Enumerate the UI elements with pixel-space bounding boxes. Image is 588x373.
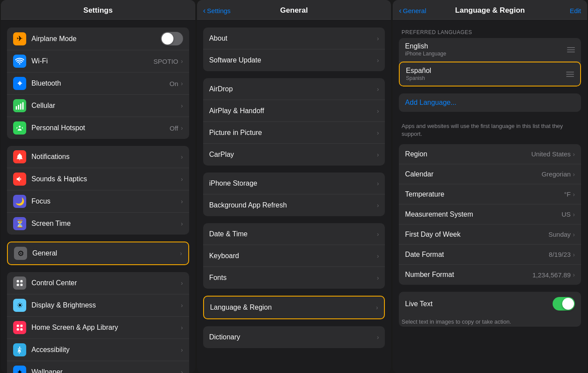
fonts-item[interactable]: Fonts › bbox=[203, 267, 385, 289]
screentime-item[interactable]: ⏳ Screen Time › bbox=[7, 213, 189, 235]
measurement-item[interactable]: Measurement System US › bbox=[399, 204, 581, 224]
wallpaper-label: Wallpaper bbox=[31, 368, 181, 373]
add-language-button[interactable]: Add Language... bbox=[399, 93, 581, 112]
accessibility-chevron: › bbox=[181, 346, 183, 353]
hotspot-icon bbox=[13, 121, 26, 135]
dictionary-item[interactable]: Dictionary › bbox=[203, 326, 385, 348]
svg-point-13 bbox=[19, 347, 21, 348]
background-refresh-label: Background App Refresh bbox=[209, 201, 377, 209]
sounds-label: Sounds & Haptics bbox=[31, 175, 181, 183]
sounds-item[interactable]: Sounds & Haptics › bbox=[7, 168, 189, 190]
wallpaper-item[interactable]: ✦ Wallpaper › bbox=[7, 361, 189, 373]
number-format-item[interactable]: Number Format 1,234,567.89 › bbox=[399, 265, 581, 285]
region-settings-group: Region United States › Calendar Gregoria… bbox=[399, 144, 581, 285]
dictionary-label: Dictionary bbox=[209, 333, 377, 341]
airplane-toggle[interactable] bbox=[161, 32, 183, 45]
lr-back-label: General bbox=[403, 7, 426, 14]
region-label: Region bbox=[405, 150, 531, 158]
iphone-storage-item[interactable]: iPhone Storage › bbox=[203, 173, 385, 194]
calendar-item[interactable]: Calendar Gregorian › bbox=[399, 164, 581, 184]
about-label: About bbox=[209, 35, 377, 42]
control-center-item[interactable]: Control Center › bbox=[7, 272, 189, 294]
keyboard-item[interactable]: Keyboard › bbox=[203, 245, 385, 267]
display-chevron: › bbox=[181, 302, 183, 309]
display-item[interactable]: ☀ Display & Brightness › bbox=[7, 294, 189, 317]
calendar-label: Calendar bbox=[405, 170, 541, 178]
english-reorder-icon bbox=[567, 47, 575, 52]
wifi-item[interactable]: Wi-Fi SPOTIO › bbox=[7, 50, 189, 73]
airdrop-item[interactable]: AirDrop › bbox=[203, 78, 385, 100]
datetime-group: Date & Time › Keyboard › Fonts › bbox=[203, 223, 385, 289]
background-refresh-item[interactable]: Background App Refresh › bbox=[203, 194, 385, 216]
back-chevron-icon: ‹ bbox=[203, 6, 206, 15]
about-item[interactable]: About › bbox=[203, 28, 385, 49]
screentime-label: Screen Time bbox=[31, 220, 181, 228]
accessibility-item[interactable]: Accessibility › bbox=[7, 339, 189, 361]
preferred-languages-label: PREFERRED LANGUAGES bbox=[399, 29, 581, 38]
espanol-text: Español Spanish bbox=[406, 67, 566, 81]
software-update-item[interactable]: Software Update › bbox=[203, 49, 385, 71]
airplay-chevron: › bbox=[377, 107, 379, 114]
measurement-value: US bbox=[562, 211, 571, 218]
live-text-toggle-knob bbox=[562, 298, 574, 310]
pip-item[interactable]: Picture in Picture › bbox=[203, 122, 385, 144]
display-icon: ☀ bbox=[13, 299, 26, 312]
airplay-item[interactable]: AirPlay & Handoff › bbox=[203, 100, 385, 122]
language-region-edit-button[interactable]: Edit bbox=[570, 5, 581, 14]
calendar-chevron: › bbox=[573, 171, 575, 178]
homescreen-item[interactable]: Home Screen & App Library › bbox=[7, 317, 189, 339]
general-item[interactable]: ⚙ General › bbox=[8, 242, 188, 264]
date-format-label: Date Format bbox=[405, 251, 549, 259]
region-item[interactable]: Region United States › bbox=[399, 144, 581, 164]
language-region-panel: ‹ General Language & Region Edit PREFERR… bbox=[393, 0, 587, 373]
region-value: United States bbox=[531, 150, 571, 158]
first-day-value: Sunday bbox=[548, 231, 571, 238]
english-language-item[interactable]: English iPhone Language bbox=[399, 38, 581, 62]
svg-rect-8 bbox=[21, 284, 23, 286]
live-text-row: Live Text bbox=[399, 292, 581, 316]
general-group: ⚙ General › bbox=[7, 242, 189, 265]
first-day-item[interactable]: First Day of Week Sunday › bbox=[399, 224, 581, 245]
live-text-toggle[interactable] bbox=[553, 297, 575, 311]
about-group: About › Software Update › bbox=[203, 28, 385, 71]
espanol-name: Español bbox=[406, 67, 566, 75]
homescreen-chevron: › bbox=[181, 324, 183, 331]
hotspot-label: Personal Hotspot bbox=[31, 124, 169, 132]
espanol-language-item[interactable]: Español Spanish bbox=[400, 62, 580, 86]
temperature-item[interactable]: Temperature °F › bbox=[399, 184, 581, 204]
focus-item[interactable]: 🌙 Focus › bbox=[7, 190, 189, 213]
airplane-mode-icon: ✈ bbox=[13, 32, 26, 45]
hotspot-value: Off bbox=[169, 124, 178, 132]
cellular-item[interactable]: Cellular › bbox=[7, 95, 189, 117]
hotspot-item[interactable]: Personal Hotspot Off › bbox=[7, 117, 189, 139]
bluetooth-item[interactable]: ⌖ Bluetooth On › bbox=[7, 73, 189, 95]
carplay-item[interactable]: CarPlay › bbox=[203, 144, 385, 166]
espanol-sub: Spanish bbox=[406, 75, 566, 81]
storage-group: iPhone Storage › Background App Refresh … bbox=[203, 173, 385, 216]
number-format-chevron: › bbox=[573, 271, 575, 278]
general-header: ‹ Settings General bbox=[197, 0, 391, 20]
svg-rect-0 bbox=[16, 106, 17, 110]
edit-label: Edit bbox=[570, 7, 581, 14]
general-back-button[interactable]: ‹ Settings bbox=[203, 4, 231, 15]
language-region-group: Language & Region › bbox=[203, 296, 385, 319]
pip-label: Picture in Picture bbox=[209, 129, 377, 137]
datetime-chevron: › bbox=[377, 231, 379, 238]
svg-rect-6 bbox=[21, 280, 23, 282]
notifications-group: Notifications › Sounds & Haptics › 🌙 Foc… bbox=[7, 146, 189, 235]
wifi-icon bbox=[13, 55, 26, 68]
date-format-chevron: › bbox=[573, 251, 575, 258]
datetime-item[interactable]: Date & Time › bbox=[203, 223, 385, 245]
language-region-back-button[interactable]: ‹ General bbox=[399, 4, 426, 15]
notifications-item[interactable]: Notifications › bbox=[7, 146, 189, 168]
language-region-item[interactable]: Language & Region › bbox=[204, 297, 384, 318]
airplane-mode-item[interactable]: ✈ Airplane Mode bbox=[7, 28, 189, 50]
accessibility-label: Accessibility bbox=[31, 346, 181, 354]
keyboard-chevron: › bbox=[377, 252, 379, 259]
focus-chevron: › bbox=[181, 198, 183, 205]
svg-rect-1 bbox=[18, 105, 19, 110]
focus-label: Focus bbox=[31, 197, 181, 205]
datetime-label: Date & Time bbox=[209, 230, 377, 238]
date-format-item[interactable]: Date Format 8/19/23 › bbox=[399, 245, 581, 265]
sounds-icon bbox=[13, 173, 26, 186]
